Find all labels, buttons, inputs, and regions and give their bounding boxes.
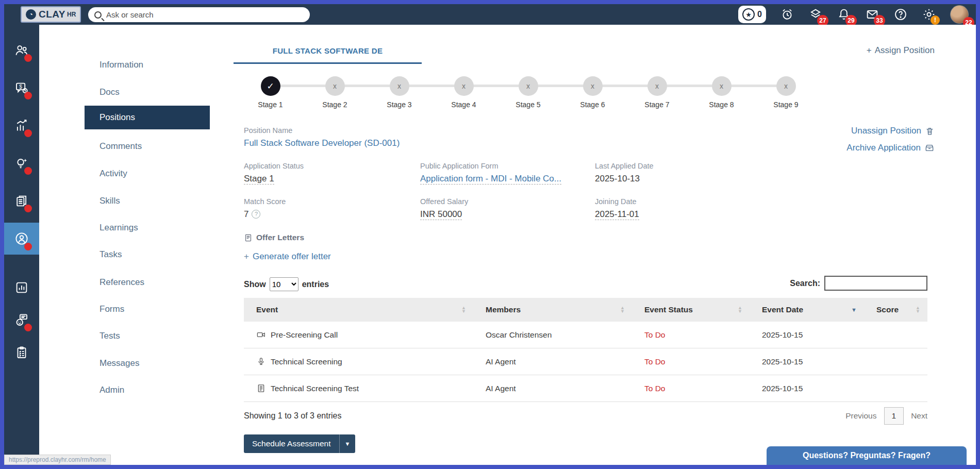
sort-icon[interactable]: ▲▼ (461, 306, 466, 313)
table-row[interactable]: Pre-Screening Call Oscar Christensen To … (244, 322, 927, 348)
subnav-item-tests[interactable]: Tests (99, 331, 120, 341)
sidebar-item-ideas[interactable] (4, 148, 39, 179)
stage-2[interactable]: xStage 2 (303, 76, 367, 109)
rewards-button[interactable]: ★ 0 (738, 6, 766, 23)
subnav-item-references[interactable]: References (99, 277, 144, 288)
subnav-item-comments[interactable]: Comments (99, 141, 142, 152)
subnav-item-forms[interactable]: Forms (99, 304, 124, 314)
subnav-item-messages[interactable]: Messages (99, 358, 139, 368)
unassign-position-link[interactable]: Unassign Position (851, 126, 935, 136)
stage-3[interactable]: xStage 3 (367, 76, 431, 109)
help-button[interactable] (893, 7, 908, 22)
subnav-item-tasks[interactable]: Tasks (99, 249, 122, 260)
sidebar-item-assistant[interactable] (4, 305, 39, 336)
sidebar-item-team[interactable] (4, 35, 39, 66)
subnav-item-positions[interactable]: Positions (85, 106, 210, 129)
entries-label: entries (302, 280, 329, 289)
chat-widget-button[interactable]: Questions? Preguntas? Fragen? (767, 446, 967, 465)
column-header-event-status[interactable]: Event Status▲▼ (632, 305, 750, 314)
joining-date-value[interactable]: 2025-11-01 (595, 209, 639, 220)
profile-menu[interactable]: 22 (950, 5, 969, 24)
app-window: ◔ CLAY HR ★ 0 27 (0, 0, 980, 469)
alerts-button[interactable]: 29 (837, 7, 851, 22)
event-members: AI Agent (473, 384, 632, 393)
checklist-icon (14, 345, 29, 360)
event-name[interactable]: Technical Screening Test (271, 384, 359, 393)
stage-4[interactable]: xStage 4 (431, 76, 496, 109)
page-size-select[interactable]: 10 (270, 277, 298, 291)
application-status-value[interactable]: Stage 1 (244, 174, 274, 184)
alert-dot (24, 129, 32, 137)
stage-7[interactable]: xStage 7 (625, 76, 689, 109)
stage-8[interactable]: xStage 8 (689, 76, 754, 109)
subnav-item-information[interactable]: Information (99, 60, 143, 70)
table-row[interactable]: Technical Screening AI Agent To Do 2025-… (244, 348, 927, 375)
show-label: Show (244, 280, 266, 289)
match-score-value: 7? (244, 209, 260, 220)
sidebar-item-people[interactable] (4, 223, 39, 255)
sidebar-item-analytics[interactable] (4, 272, 39, 303)
sort-icon-active[interactable]: ▼ (851, 308, 857, 312)
schedule-assessment-button[interactable]: Schedule Assessment ▼ (244, 434, 355, 453)
subnav-item-activity[interactable]: Activity (99, 169, 127, 179)
test-document-icon (256, 383, 266, 393)
generate-offer-letter-link[interactable]: +Generate offer letter (244, 252, 331, 262)
table-search-input[interactable] (824, 276, 927, 291)
alert-dot (24, 54, 32, 62)
table-row[interactable]: Technical Screening Test AI Agent To Do … (244, 375, 927, 402)
subnav-item-skills[interactable]: Skills (99, 196, 120, 206)
archive-application-link[interactable]: Archive Application (846, 143, 935, 153)
tab-full-stack-software-de[interactable]: FULL STACK SOFTWARE DE (234, 46, 422, 64)
page-1-button[interactable]: 1 (884, 407, 904, 425)
stage-9[interactable]: xStage 9 (754, 76, 818, 109)
sort-icon[interactable]: ▲▼ (620, 306, 625, 313)
position-name-link[interactable]: Full Stack Software Developer (SD-001) (244, 138, 400, 148)
sidebar-item-documents[interactable] (4, 186, 39, 216)
stage-5[interactable]: xStage 5 (496, 76, 560, 109)
stage-6[interactable]: xStage 6 (560, 76, 625, 109)
offered-salary-label: Offered Salary (420, 197, 468, 206)
subnav-item-docs[interactable]: Docs (99, 87, 120, 97)
last-applied-date-value: 2025-10-13 (595, 174, 640, 184)
stack-notifications-button[interactable]: 27 (808, 7, 823, 22)
previous-page-button[interactable]: Previous (845, 411, 876, 421)
chevron-down-icon[interactable]: ▼ (339, 434, 356, 453)
joining-date-label: Joining Date (595, 197, 637, 206)
event-name[interactable]: Technical Screening (271, 357, 342, 366)
time-clock-button[interactable] (780, 7, 794, 22)
x-icon: x (325, 76, 345, 96)
question-icon (893, 7, 908, 22)
sort-icon[interactable]: ▲▼ (916, 306, 920, 313)
offered-salary-value[interactable]: INR 50000 (420, 209, 462, 220)
column-header-score[interactable]: Score▲▼ (864, 305, 927, 314)
column-header-members[interactable]: Members▲▼ (473, 305, 632, 314)
logo-suffix: HR (67, 11, 76, 18)
sidebar-item-performance[interactable] (4, 110, 39, 141)
messages-button[interactable]: 33 (865, 7, 879, 22)
sidebar-item-billing[interactable]: $ (4, 73, 39, 104)
event-date: 2025-10-15 (750, 357, 864, 366)
stage-1[interactable]: ✓Stage 1 (238, 76, 303, 109)
offer-letters-heading: Offer Letters (244, 233, 304, 242)
sort-icon[interactable]: ▲▼ (738, 306, 742, 313)
subnav-item-learnings[interactable]: Learnings (99, 223, 138, 233)
global-search[interactable] (88, 7, 310, 22)
column-header-event[interactable]: Event▲▼ (244, 305, 473, 314)
public-application-form-link[interactable]: Application form - MDI - Mobile Co... (420, 174, 561, 184)
subnav-item-admin[interactable]: Admin (99, 385, 124, 395)
microphone-icon (256, 357, 266, 366)
trash-icon (925, 126, 935, 136)
event-name[interactable]: Pre-Screening Call (271, 330, 338, 340)
event-status: To Do (632, 357, 750, 366)
search-input[interactable] (106, 10, 304, 19)
help-circle-icon[interactable]: ? (252, 210, 260, 219)
star-circle-icon: ★ (742, 8, 755, 21)
assign-position-link[interactable]: +Assign Position (867, 45, 935, 56)
alert-dot (24, 243, 32, 250)
sidebar-item-checklist[interactable] (4, 337, 39, 368)
next-page-button[interactable]: Next (911, 411, 927, 421)
column-header-event-date[interactable]: Event Date▼ (750, 305, 864, 314)
clayhr-logo[interactable]: ◔ CLAY HR (21, 6, 81, 23)
public-application-form-label: Public Application Form (420, 162, 499, 170)
settings-button[interactable]: ! (922, 7, 936, 22)
